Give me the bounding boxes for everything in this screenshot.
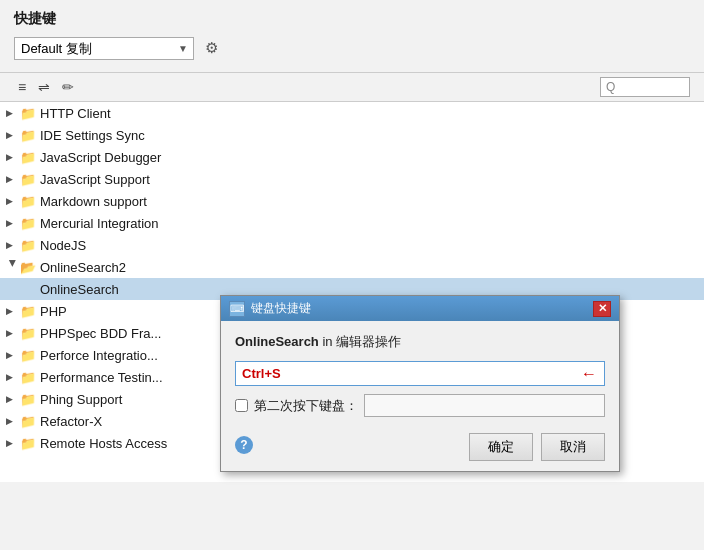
folder-icon: 📁: [20, 326, 36, 341]
item-label: JavaScript Debugger: [40, 150, 161, 165]
folder-icon: 📁: [20, 216, 36, 231]
item-label: Mercurial Integration: [40, 216, 159, 231]
dialog-close-button[interactable]: ✕: [593, 301, 611, 317]
item-label: Performance Testin...: [40, 370, 163, 385]
arrow-icon: ▶: [6, 196, 20, 206]
dialog-titlebar: ⌨ 键盘快捷键 ✕: [221, 296, 619, 321]
main-container: 快捷键 Default 复制DefaultEclipseEmacs ▼ ⚙ ≡ …: [0, 0, 704, 550]
folder-icon: 📁: [20, 194, 36, 209]
search-box: Q: [600, 77, 690, 97]
dialog-title-text: 键盘快捷键: [251, 300, 311, 317]
arrow-indicator-icon: ←: [581, 365, 597, 383]
arrow-icon: ▶: [6, 218, 20, 228]
item-label: HTTP Client: [40, 106, 111, 121]
item-label: NodeJS: [40, 238, 86, 253]
dialog-subtitle-context: in 编辑器操作: [319, 334, 401, 349]
folder-icon: 📁: [20, 238, 36, 253]
folder-icon: 📁: [20, 370, 36, 385]
tree-item-http-client[interactable]: ▶ 📁 HTTP Client: [0, 102, 704, 124]
arrow-icon: ▶: [6, 152, 20, 162]
arrow-icon: ▶: [6, 108, 20, 118]
tree-item-markdown-support[interactable]: ▶ 📁 Markdown support: [0, 190, 704, 212]
arrow-icon: ▶: [6, 306, 20, 316]
secondary-shortcut-row: 第二次按下键盘：: [235, 394, 605, 417]
toolbar-row: Default 复制DefaultEclipseEmacs ▼ ⚙: [14, 36, 690, 60]
folder-icon: 📁: [20, 414, 36, 429]
folder-icon: 📁: [20, 150, 36, 165]
dialog-title-left: ⌨ 键盘快捷键: [229, 300, 311, 317]
item-label: Perforce Integratio...: [40, 348, 158, 363]
dialog-body: OnlineSearch in 编辑器操作 ← 第二次按下键盘： ? 确定 取消: [221, 321, 619, 471]
secondary-shortcut-label: 第二次按下键盘：: [254, 397, 358, 415]
keyboard-shortcut-dialog: ⌨ 键盘快捷键 ✕ OnlineSearch in 编辑器操作 ← 第二次按下键…: [220, 295, 620, 472]
tree-item-javascript-debugger[interactable]: ▶ 📁 JavaScript Debugger: [0, 146, 704, 168]
section-title: 快捷键: [14, 10, 690, 28]
item-label: Phing Support: [40, 392, 122, 407]
shortcut-input-row: ←: [235, 361, 605, 386]
folder-icon: 📁: [20, 348, 36, 363]
tree-item-javascript-support[interactable]: ▶ 📁 JavaScript Support: [0, 168, 704, 190]
folder-icon: 📁: [20, 304, 36, 319]
item-label: Markdown support: [40, 194, 147, 209]
tree-item-onlinesearch2[interactable]: ▶ 📂 OnlineSearch2: [0, 256, 704, 278]
folder-icon: 📁: [20, 128, 36, 143]
filter-button[interactable]: ≡: [14, 77, 30, 97]
item-label: IDE Settings Sync: [40, 128, 145, 143]
dialog-title-icon: ⌨: [229, 301, 245, 317]
tree-item-ide-settings-sync[interactable]: ▶ 📁 IDE Settings Sync: [0, 124, 704, 146]
arrow-icon: ▶: [6, 394, 20, 404]
arrow-icon: ▶: [6, 130, 20, 140]
folder-icon: 📁: [20, 392, 36, 407]
dialog-footer: ? 确定 取消: [235, 429, 605, 461]
arrow-icon: ▶: [6, 174, 20, 184]
arrow-icon: ▶: [6, 438, 20, 448]
arrow-icon: ▶: [6, 350, 20, 360]
folder-icon: 📁: [20, 106, 36, 121]
arrow-icon: ▶: [6, 416, 20, 426]
arrow-icon: ▶: [6, 240, 20, 250]
settings-gear-button[interactable]: ⚙: [200, 36, 223, 60]
folder-icon: 📂: [20, 260, 36, 275]
dialog-subtitle-plugin: OnlineSearch: [235, 334, 319, 349]
shortcut-input[interactable]: [235, 361, 605, 386]
help-icon[interactable]: ?: [235, 436, 253, 454]
search-input[interactable]: [617, 80, 687, 94]
folder-icon: 📁: [20, 172, 36, 187]
dialog-subtitle: OnlineSearch in 编辑器操作: [235, 333, 605, 351]
item-label: OnlineSearch2: [40, 260, 126, 275]
top-bar: 快捷键 Default 复制DefaultEclipseEmacs ▼ ⚙: [0, 0, 704, 66]
secondary-shortcut-checkbox[interactable]: [235, 399, 248, 412]
keymap-dropdown[interactable]: Default 复制DefaultEclipseEmacs: [14, 37, 194, 60]
cancel-button[interactable]: 取消: [541, 433, 605, 461]
arrow-icon: ▶: [6, 328, 20, 338]
secondary-shortcut-input[interactable]: [364, 394, 605, 417]
item-label: JavaScript Support: [40, 172, 150, 187]
tree-item-nodejs[interactable]: ▶ 📁 NodeJS: [0, 234, 704, 256]
dialog-buttons: 确定 取消: [469, 433, 605, 461]
item-label: Refactor-X: [40, 414, 102, 429]
edit-button[interactable]: ✏: [58, 77, 78, 97]
folder-icon: 📁: [20, 436, 36, 451]
tree-item-mercurial-integration[interactable]: ▶ 📁 Mercurial Integration: [0, 212, 704, 234]
item-label: PHP: [40, 304, 67, 319]
icon-toolbar: ≡ ⇌ ✏ Q: [0, 73, 704, 102]
dropdown-wrapper: Default 复制DefaultEclipseEmacs ▼: [14, 37, 194, 60]
filter2-button[interactable]: ⇌: [34, 77, 54, 97]
icon-toolbar-left: ≡ ⇌ ✏: [14, 77, 78, 97]
search-icon: Q: [606, 80, 615, 94]
confirm-button[interactable]: 确定: [469, 433, 533, 461]
item-label: OnlineSearch: [40, 282, 119, 297]
arrow-icon: ▶: [6, 372, 20, 382]
item-label: PHPSpec BDD Fra...: [40, 326, 161, 341]
arrow-icon: ▶: [8, 260, 18, 274]
item-label: Remote Hosts Access: [40, 436, 167, 451]
